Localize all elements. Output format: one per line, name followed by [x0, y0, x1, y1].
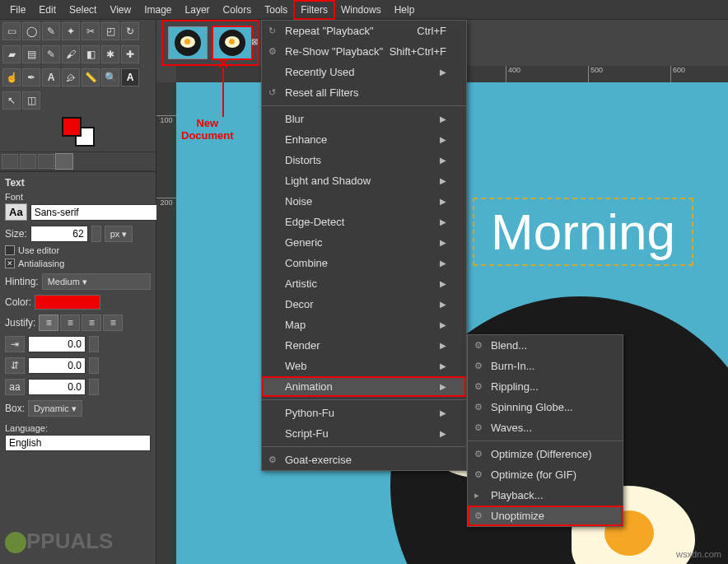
antialiasing-checkbox[interactable]: ✕ [5, 259, 15, 268]
menu-goat-exercise[interactable]: ⚙Goat-exercise [262, 450, 466, 470]
indent-spinner[interactable] [89, 336, 99, 352]
anim-optimize-gif[interactable]: ⚙Optimize (for GIF) [468, 464, 623, 485]
size-spinner[interactable] [91, 226, 101, 242]
tool-bucket[interactable]: ▰ [2, 45, 21, 63]
anim-unoptimize[interactable]: ⚙Unoptimize [468, 506, 623, 526]
font-preview-icon[interactable]: Aa [5, 203, 27, 221]
tool-warp[interactable]: ↻ [121, 22, 139, 40]
tool-colorpicker[interactable]: ⌮ [62, 68, 80, 86]
tool-fuzzy-select[interactable]: ✦ [62, 22, 80, 40]
menu-windows[interactable]: Windows [334, 1, 388, 19]
tool-move[interactable]: ↖ [2, 91, 21, 110]
menu-reshow[interactable]: ⚙Re-Show "Playback"Shift+Ctrl+F [262, 41, 466, 62]
menu-filters[interactable]: Filters [294, 1, 334, 19]
document-tab-1[interactable] [168, 26, 208, 59]
menu-light-shadow[interactable]: Light and Shadow▶ [262, 170, 466, 191]
tool-pencil[interactable]: ✎ [42, 45, 60, 63]
menu-image[interactable]: Image [138, 1, 178, 19]
hinting-select[interactable]: Medium ▾ [42, 273, 151, 290]
menu-layer[interactable]: Layer [179, 1, 217, 19]
chevron-right-icon: ▶ [440, 217, 446, 226]
tool-ellipse-select[interactable]: ◯ [22, 22, 40, 40]
tool-gradient[interactable]: ▤ [22, 45, 40, 63]
tool-clone[interactable]: ✱ [101, 45, 119, 63]
anim-spinning-globe[interactable]: ⚙Spinning Globe... [468, 397, 623, 417]
tool-path[interactable]: ✒ [22, 68, 40, 86]
menu-view[interactable]: View [103, 1, 138, 19]
anim-burn-in[interactable]: ⚙Burn-In... [468, 356, 623, 376]
tool-free-select[interactable]: ✎ [42, 22, 60, 40]
menu-distorts[interactable]: Distorts▶ [262, 150, 466, 170]
menu-select[interactable]: Select [63, 1, 103, 19]
justify-center[interactable]: ≡ [82, 315, 101, 331]
use-editor-checkbox[interactable] [5, 245, 15, 255]
menu-colors[interactable]: Colors [217, 1, 259, 19]
justify-fill[interactable]: ≡ [103, 315, 123, 331]
tool-text[interactable]: A [42, 68, 60, 86]
menu-animation[interactable]: Animation▶ [262, 376, 466, 397]
font-family-input[interactable] [30, 204, 162, 221]
menu-script-fu[interactable]: Script-Fu▶ [262, 423, 466, 444]
justify-left[interactable]: ≡ [39, 315, 58, 331]
menu-tools[interactable]: Tools [258, 1, 294, 19]
close-icon[interactable]: ⊠ [251, 37, 261, 47]
tool-eraser[interactable]: ◧ [82, 45, 100, 63]
menu-blur[interactable]: Blur▶ [262, 109, 466, 129]
chevron-right-icon: ▶ [440, 429, 446, 438]
menu-decor[interactable]: Decor▶ [262, 294, 466, 315]
font-label: Font [5, 192, 151, 202]
color-swatch[interactable] [62, 117, 95, 147]
anim-playback[interactable]: ▸Playback... [468, 485, 623, 506]
menu-render[interactable]: Render▶ [262, 335, 466, 356]
size-unit-select[interactable]: px ▾ [105, 226, 133, 242]
tool-heal[interactable]: ✚ [121, 45, 139, 63]
menu-generic[interactable]: Generic▶ [262, 232, 466, 253]
document-tab-2[interactable]: ⊠ [212, 26, 252, 59]
letter-spacing-spinner[interactable] [89, 379, 99, 395]
line-spacing-spinner[interactable] [89, 357, 99, 374]
indent-input[interactable] [28, 336, 86, 352]
tool-measure[interactable]: 📏 [82, 68, 100, 86]
tool-rect-select[interactable]: ▭ [2, 22, 21, 40]
menu-file[interactable]: File [3, 1, 32, 19]
menu-edge-detect[interactable]: Edge-Detect▶ [262, 212, 466, 232]
chevron-right-icon: ▶ [440, 259, 446, 268]
menu-repeat[interactable]: ↻Repeat "Playback"Ctrl+F [262, 21, 466, 41]
anim-waves[interactable]: ⚙Waves... [468, 417, 623, 438]
tool-align[interactable]: ◫ [22, 91, 40, 110]
menu-map[interactable]: Map▶ [262, 315, 466, 335]
menu-recently-used[interactable]: Recently Used▶ [262, 62, 466, 82]
text-color-button[interactable] [35, 295, 100, 310]
tool-crop[interactable]: ✂ [82, 22, 100, 40]
use-editor-label: Use editor [18, 245, 59, 255]
tool-brush[interactable]: 🖌 [62, 45, 80, 63]
menu-noise[interactable]: Noise▶ [262, 191, 466, 212]
text-layer[interactable]: Morning [473, 198, 693, 266]
tool-text-active[interactable]: A [121, 68, 139, 86]
box-select[interactable]: Dynamic ▾ [28, 400, 82, 417]
tab-tool-options[interactable] [2, 154, 18, 169]
menu-combine[interactable]: Combine▶ [262, 253, 466, 273]
menu-edit[interactable]: Edit [32, 1, 63, 19]
menu-enhance[interactable]: Enhance▶ [262, 129, 466, 150]
tool-transform[interactable]: ◰ [101, 22, 119, 40]
line-spacing-input[interactable] [28, 357, 86, 374]
tab-device[interactable] [20, 154, 36, 169]
tool-zoom[interactable]: 🔍 [101, 68, 119, 86]
menu-web[interactable]: Web▶ [262, 356, 466, 376]
anim-optimize-diff[interactable]: ⚙Optimize (Difference) [468, 444, 623, 464]
tab-images[interactable] [56, 154, 72, 169]
menu-help[interactable]: Help [388, 1, 422, 19]
menu-reset-filters[interactable]: ↺Reset all Filters [262, 82, 466, 103]
language-input[interactable] [5, 435, 151, 451]
letter-spacing-input[interactable] [28, 379, 86, 395]
menu-python-fu[interactable]: Python-Fu▶ [262, 403, 466, 423]
font-size-input[interactable] [30, 226, 88, 242]
justify-right[interactable]: ≡ [60, 315, 80, 331]
tool-smudge[interactable]: ☝ [2, 68, 21, 86]
foreground-color[interactable] [62, 117, 82, 137]
tab-undo[interactable] [38, 154, 54, 169]
anim-rippling[interactable]: ⚙Rippling... [468, 376, 623, 397]
menu-artistic[interactable]: Artistic▶ [262, 273, 466, 294]
anim-blend[interactable]: ⚙Blend... [468, 335, 623, 356]
